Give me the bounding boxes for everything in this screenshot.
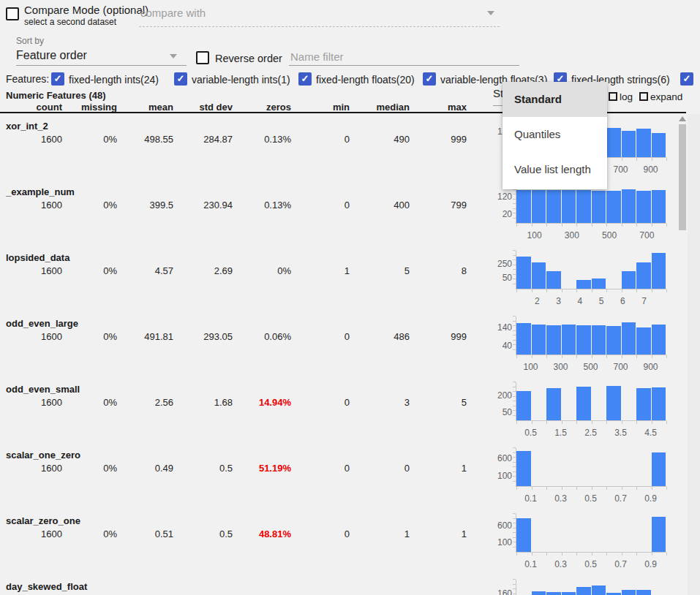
y-minor-tick [513,330,516,331]
x-minor-tick [576,421,577,424]
scrollbar-thumb[interactable] [679,124,686,230]
x-tick-label: 300 [546,362,576,372]
stat-count: 1600 [0,134,62,145]
stat-min: 1 [291,265,350,276]
features-bar-label: Features: [6,73,49,85]
stat-count: 1600 [0,397,62,408]
x-minor-tick [562,224,562,227]
histogram-x-axis-labels: 100300500700900 [516,362,666,372]
y-tick-label: 200 [497,391,512,400]
histogram[interactable] [516,514,666,553]
table-row: odd_even_small16000%2.561.6814.94%035200… [0,381,700,447]
stat-zeros: 0.13% [233,200,291,211]
stat-missing: 0% [62,200,117,211]
stat-median: 400 [350,200,410,211]
stat-max: 1 [410,528,467,539]
compare-with-dropdown-icon[interactable] [487,11,494,15]
x-minor-tick [562,289,562,292]
sort-by-select[interactable]: Feature order [16,49,87,62]
log-toggle[interactable]: log [609,91,633,102]
histogram-bar [652,133,666,157]
feature-name: scalar_one_zero [6,450,80,461]
x-minor-tick [622,421,622,424]
compare-with-underline [139,26,500,27]
menu-item-value-list-length[interactable]: Value list length [503,152,607,187]
histogram[interactable] [516,580,666,595]
column-header-min: min [291,102,350,113]
y-minor-tick [513,259,516,260]
y-tick-label: 600 [497,454,512,463]
stat-mean: 2.56 [117,397,173,408]
y-minor-tick [513,462,516,463]
reverse-order-checkbox[interactable] [196,51,209,64]
x-minor-tick [532,289,532,292]
y-minor-tick [513,250,516,251]
x-minor-tick [532,553,532,556]
histogram[interactable] [516,185,666,224]
y-minor-tick [513,274,516,275]
feature-name: day_skewed_float [6,581,87,592]
y-tick-label: 50 [503,408,512,417]
x-tick-label: 900 [636,164,666,175]
x-tick-label: 100 [520,230,549,240]
stat-count: 1600 [0,528,62,539]
y-minor-tick [513,447,516,448]
histogram-bar [532,262,546,289]
x-tick-label: 900 [636,362,666,372]
x-minor-tick [562,421,562,424]
log-checkbox[interactable] [609,92,617,101]
x-minor-tick [592,421,592,424]
y-tick-label: 50 [503,273,512,282]
menu-item-quantiles[interactable]: Quantiles [503,117,607,152]
x-minor-tick [652,158,652,161]
scroll-up-arrow-icon[interactable] [679,116,686,121]
scroll-gutter [688,114,700,595]
feature-filter-checkbox[interactable]: ✓ [174,72,187,86]
x-minor-tick [636,553,637,556]
table-row: odd_even_large16000%491.81293.050.06%048… [0,315,700,381]
x-minor-tick [592,553,592,556]
x-tick-label: 1.5 [546,428,576,438]
stat-median: 490 [350,134,410,145]
histogram-bar [592,325,606,355]
y-minor-tick [513,452,516,453]
sort-by-underline [16,65,187,66]
histogram-bar [576,325,591,355]
name-filter-input[interactable] [290,50,517,63]
histogram-bar [652,325,666,355]
y-minor-tick [513,406,516,406]
menu-item-standard[interactable]: Standard [503,82,607,117]
compare-mode-checkbox[interactable] [6,7,19,20]
feature-filter-checkbox[interactable]: ✓ [51,72,64,86]
stat-missing: 0% [62,463,117,474]
histogram[interactable] [516,317,666,355]
expand-checkbox[interactable] [639,92,648,101]
histogram[interactable] [516,382,666,421]
x-minor-tick [592,224,592,227]
compare-with-input[interactable] [140,7,477,19]
stat-median: 0 [350,463,410,474]
histogram[interactable] [516,448,666,487]
expand-toggle[interactable]: expand [639,91,682,102]
y-tick-label: 600 [497,521,512,530]
table-row: lopsided_data16000%4.572.690%15825050234… [0,249,700,315]
y-minor-tick [513,518,516,519]
log-label: log [620,91,633,102]
feature-filter-checkbox[interactable]: ✓ [680,72,693,86]
y-minor-tick [513,278,516,279]
feature-filter-checkbox[interactable]: ✓ [423,72,436,86]
histogram-bar [546,325,561,355]
histogram[interactable] [516,251,666,289]
feature-filter-checkbox[interactable]: ✓ [298,72,312,86]
stat-median: 486 [350,331,410,342]
feature-filter-label: variable-length ints(1) [192,74,290,86]
sort-by-dropdown-icon[interactable] [170,54,177,58]
stat-missing: 0% [62,265,117,276]
table-row: scalar_one_zero16000%0.490.551.19%001600… [0,447,700,512]
stat-mean: 498.55 [117,134,173,145]
y-minor-tick [513,382,516,382]
x-minor-tick [516,487,517,490]
histogram-bar [516,190,531,223]
histogram-bar [636,191,651,223]
x-minor-tick [622,158,622,161]
